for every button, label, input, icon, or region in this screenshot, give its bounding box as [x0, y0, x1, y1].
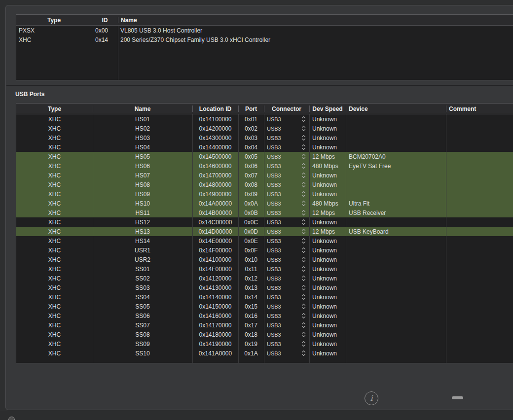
cell-name: HS10: [93, 199, 192, 208]
usb-port-row[interactable]: XHC HS12 0x14C00000 0x0C USB3 Unknown: [16, 217, 513, 227]
usb-port-row[interactable]: XHC SS01 0x14F00000 0x11 USB3 Unknown: [16, 264, 513, 274]
connector-dropdown[interactable]: USB3: [264, 133, 309, 142]
cell-dev-speed: Unknown: [309, 124, 346, 133]
cell-type: XHC: [16, 208, 93, 217]
connector-dropdown[interactable]: USB3: [264, 124, 309, 133]
usb-port-row[interactable]: XHC SS05 0x14150000 0x15 USB3 Unknown: [16, 302, 513, 311]
connector-dropdown[interactable]: USB3: [264, 320, 309, 330]
cell-port: 0x18: [238, 330, 264, 339]
cell-comment: [446, 171, 513, 180]
usb-port-row[interactable]: XHC HS03 0x14300000 0x03 USB3 Unknown: [16, 133, 513, 142]
connector-dropdown[interactable]: USB3: [264, 199, 309, 208]
usb-port-row[interactable]: XHC SS02 0x14120000 0x12 USB3 Unknown: [16, 274, 513, 283]
column-header-name[interactable]: Name: [93, 104, 192, 114]
connector-dropdown[interactable]: USB3: [264, 339, 309, 349]
connector-dropdown[interactable]: USB3: [264, 330, 309, 339]
connector-dropdown[interactable]: USB3: [264, 245, 309, 255]
connector-dropdown[interactable]: USB3: [264, 171, 309, 180]
column-header-type[interactable]: Type: [16, 15, 92, 25]
usb-port-row[interactable]: XHC USR1 0x14F00000 0x0F USB3 Unknown: [16, 245, 513, 255]
usb-port-row[interactable]: XHC HS11 0x14B00000 0x0B USB3 12 Mbps US…: [16, 208, 513, 217]
connector-dropdown[interactable]: USB3: [264, 189, 309, 199]
updown-chevron-icon: [301, 210, 306, 216]
cell-connector: USB3: [264, 152, 309, 161]
usb-port-row[interactable]: XHC SS06 0x14160000 0x16 USB3 Unknown: [16, 311, 513, 320]
cell-type: XHC: [16, 292, 93, 302]
connector-dropdown[interactable]: USB3: [264, 217, 309, 227]
usb-port-row[interactable]: XHC HS06 0x14600000 0x06 USB3 480 Mbps E…: [16, 161, 513, 171]
usb-port-row[interactable]: XHC HS07 0x14700000 0x07 USB3 Unknown: [16, 171, 513, 180]
info-circle-icon[interactable]: i: [365, 391, 378, 405]
usb-port-row[interactable]: XHC SS07 0x14170000 0x17 USB3 Unknown: [16, 320, 513, 330]
cell-comment: [446, 152, 513, 161]
controller-row[interactable]: XHC 0x14 200 Series/Z370 Chipset Family …: [16, 35, 513, 44]
usb-port-row[interactable]: XHC HS01 0x14100000 0x01 USB3 Unknown: [16, 114, 513, 124]
cell-location-id: 0x14190000: [192, 339, 238, 349]
cell-name: 200 Series/Z370 Chipset Family USB 3.0 x…: [118, 35, 513, 44]
column-header-connector[interactable]: Connector: [264, 104, 309, 114]
connector-dropdown[interactable]: USB3: [264, 349, 309, 358]
usb-port-row[interactable]: XHC HS02 0x14200000 0x02 USB3 Unknown: [16, 124, 513, 133]
connector-dropdown[interactable]: USB3: [264, 302, 309, 311]
connector-dropdown[interactable]: USB3: [264, 114, 309, 124]
usb-port-row[interactable]: XHC SS10 0x141A0000 0x1A USB3 Unknown: [16, 349, 513, 358]
cell-connector: USB3: [264, 255, 309, 264]
cell-port: 0x19: [238, 339, 264, 349]
cell-dev-speed: 480 Mbps: [309, 199, 346, 208]
cell-location-id: 0x14F00000: [192, 264, 238, 274]
column-header-comment[interactable]: Comment: [446, 104, 513, 114]
connector-dropdown[interactable]: USB3: [264, 180, 309, 189]
connector-dropdown[interactable]: USB3: [264, 236, 309, 245]
usb-port-row[interactable]: XHC USR2 0x14100000 0x10 USB3 Unknown: [16, 255, 513, 264]
connector-dropdown[interactable]: USB3: [264, 227, 309, 236]
updown-chevron-icon: [301, 219, 306, 225]
column-header-id[interactable]: ID: [92, 15, 118, 25]
usb-port-row[interactable]: XHC HS08 0x14800000 0x08 USB3 Unknown: [16, 180, 513, 189]
cell-type: XHC: [16, 180, 93, 189]
connector-dropdown[interactable]: USB3: [264, 264, 309, 274]
usb-port-row[interactable]: XHC HS05 0x14500000 0x05 USB3 12 Mbps BC…: [16, 152, 513, 161]
minus-icon[interactable]: [452, 396, 463, 399]
cell-name: HS14: [93, 236, 192, 245]
cell-dev-speed: Unknown: [309, 171, 346, 180]
updown-chevron-icon: [301, 350, 306, 356]
cell-connector: USB3: [264, 330, 309, 339]
connector-value: USB3: [267, 247, 281, 253]
usb-port-row[interactable]: XHC SS08 0x14180000 0x18 USB3 Unknown: [16, 330, 513, 339]
column-header-device[interactable]: Device: [346, 104, 446, 114]
column-header-port[interactable]: Port: [238, 104, 264, 114]
connector-dropdown[interactable]: USB3: [264, 292, 309, 302]
column-header-name[interactable]: Name: [118, 15, 513, 25]
updown-chevron-icon: [301, 303, 306, 310]
usb-port-row[interactable]: XHC HS14 0x14E00000 0x0E USB3 Unknown: [16, 236, 513, 245]
partial-button-icon[interactable]: [8, 417, 15, 420]
connector-dropdown[interactable]: USB3: [264, 208, 309, 217]
usb-port-row[interactable]: XHC SS04 0x14140000 0x14 USB3 Unknown: [16, 292, 513, 302]
column-header-type[interactable]: Type: [16, 104, 93, 114]
cell-location-id: 0x14160000: [192, 311, 238, 320]
cell-location-id: 0x14150000: [192, 302, 238, 311]
connector-dropdown[interactable]: USB3: [264, 274, 309, 283]
connector-dropdown[interactable]: USB3: [264, 142, 309, 152]
cell-comment: [446, 292, 513, 302]
usb-port-row[interactable]: XHC SS03 0x14130000 0x13 USB3 Unknown: [16, 283, 513, 292]
column-header-dev-speed[interactable]: Dev Speed: [309, 104, 346, 114]
cell-name: SS07: [93, 320, 192, 330]
connector-dropdown[interactable]: USB3: [264, 152, 309, 161]
usb-port-row[interactable]: XHC HS13 0x14D00000 0x0D USB3 12 Mbps US…: [16, 227, 513, 236]
usb-port-row[interactable]: XHC SS09 0x14190000 0x19 USB3 Unknown: [16, 339, 513, 349]
connector-value: USB3: [267, 238, 281, 244]
cell-port: 0x0F: [238, 245, 264, 255]
connector-dropdown[interactable]: USB3: [264, 311, 309, 320]
usb-port-row[interactable]: XHC HS04 0x14400000 0x04 USB3 Unknown: [16, 142, 513, 152]
cell-device: USB Receiver: [346, 208, 446, 217]
connector-dropdown[interactable]: USB3: [264, 283, 309, 292]
connector-dropdown[interactable]: USB3: [264, 161, 309, 171]
usb-port-row[interactable]: XHC HS10 0x14A00000 0x0A USB3 480 Mbps U…: [16, 199, 513, 208]
controller-row[interactable]: PXSX 0x00 VL805 USB 3.0 Host Controller: [16, 26, 513, 35]
connector-dropdown[interactable]: USB3: [264, 255, 309, 264]
cell-type: XHC: [16, 302, 93, 311]
column-header-location-id[interactable]: Location ID: [192, 104, 238, 114]
usb-port-row[interactable]: XHC HS09 0x14900000 0x09 USB3 Unknown: [16, 189, 513, 199]
cell-port: 0x11: [238, 264, 264, 274]
